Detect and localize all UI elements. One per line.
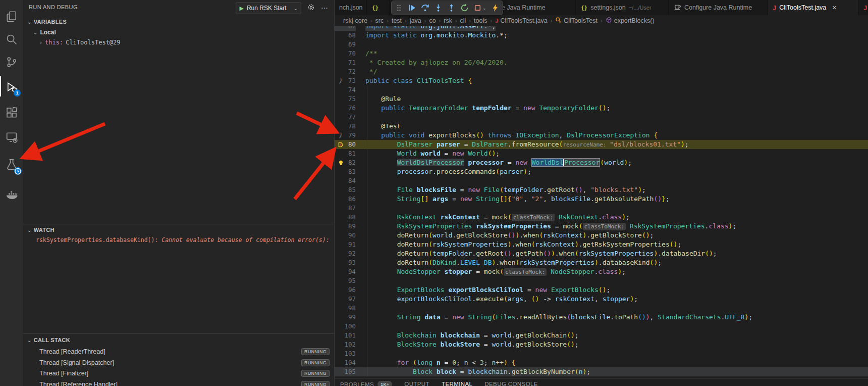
code-line[interactable]: 68import static org.mockito.Mockito.*; [334,31,868,40]
line-number[interactable]: 89 [334,222,356,231]
code-line[interactable]: 88 RskContext rskContext = mock(classToM… [334,213,868,222]
code-line[interactable]: 76 public TemporaryFolder tempFolder = n… [334,104,868,113]
code-line[interactable]: 89 RskSystemProperties rskSystemProperti… [334,222,868,231]
code-line[interactable]: 99 String data = new String(Files.readAl… [334,313,868,322]
line-number[interactable]: 83 [334,167,356,176]
code-line[interactable]: 92 doReturn(tempFolder.getRoot().getPath… [334,249,868,258]
line-number[interactable]: 68 [334,31,356,40]
code-line[interactable]: 103 [334,349,868,358]
code-line[interactable]: 87 [334,204,868,213]
watch-expression-row[interactable]: rskSystemProperties.databaseKind(): Cann… [36,236,329,244]
call-stack-thread[interactable]: Thread [ReaderThread]RUNNING [23,347,334,357]
execution-pointer-icon[interactable] [335,140,346,149]
line-number[interactable]: 74 [334,85,356,94]
line-number[interactable]: 100 [334,322,356,331]
files-icon[interactable] [0,5,23,28]
gear-icon[interactable] [307,4,315,13]
line-number[interactable]: 69 [334,40,356,49]
code-line[interactable]: 100 [334,322,868,331]
source-control-icon[interactable] [0,51,23,73]
line-number[interactable]: 76 [334,104,356,113]
line-number[interactable]: 71 [334,58,356,67]
line-number[interactable]: 92 [334,249,356,258]
editor-tab[interactable]: {} [367,0,390,15]
line-number[interactable]: 75 [334,94,356,104]
close-icon[interactable]: × [832,4,836,12]
line-number[interactable]: 70 [334,49,356,58]
docker-icon[interactable] [0,183,23,206]
breadcrumb-item[interactable]: co [429,17,436,24]
code-line[interactable]: 98 [334,304,868,313]
line-number[interactable]: 93 [334,258,356,267]
variables-scope-local[interactable]: ⌄ Local [33,29,56,36]
breadcrumb-item[interactable]: cli [460,17,466,24]
code-line[interactable]: 102 BlockStore blockStore = world.getBlo… [334,340,868,349]
horizontal-scrollbar[interactable] [334,367,868,376]
code-line[interactable]: 77 [334,113,868,122]
panel-tab-problems[interactable]: PROBLEMS1K+ [340,378,392,386]
call-stack-section-header[interactable]: ⌄ CALL STACK [27,337,70,343]
call-stack-thread[interactable]: Thread [Signal Dispatcher]RUNNING [23,358,334,368]
line-number[interactable]: 90 [334,231,356,240]
line-number[interactable]: 104 [334,358,356,367]
line-number[interactable]: 99 [334,313,356,322]
breadcrumb-item[interactable]: src [375,17,384,24]
debug-icon[interactable]: 1 [0,75,23,98]
line-number[interactable]: 67 [334,26,356,31]
code-line[interactable]: 78 @Test [334,122,868,131]
step-over-icon[interactable] [421,4,429,12]
line-number[interactable]: 87 [334,204,356,213]
code-line[interactable]: 96 ExportBlocks exportBlocksCliTool = ne… [334,285,868,295]
code-line[interactable]: 94 NodeStopper stopper = mock(classToMoc… [334,267,868,276]
line-number[interactable]: 86 [334,195,356,204]
chevron-down-icon[interactable]: ⌄ [482,6,486,11]
panel-tab-output[interactable]: OUTPUT [404,378,429,386]
lightbulb-icon[interactable] [335,158,346,167]
code-line[interactable]: 74 [334,85,868,94]
breadcrumb-item[interactable]: JCliToolsTest.java [495,17,548,24]
code-line[interactable]: 91 doReturn(rskSystemProperties).when(rs… [334,240,868,249]
code-line[interactable]: 69 [334,40,868,49]
breadcrumb-item[interactable]: rsk [444,17,452,24]
code-line[interactable]: 79) public void exportBlocks() throws IO… [334,131,868,140]
code-line[interactable]: 82 WorldDslProcessor processor = new Wor… [334,158,868,167]
panel-tab-terminal[interactable]: TERMINAL [442,378,472,386]
code-line[interactable]: 86 String[] args = new String[]{"0", "2"… [334,195,868,204]
call-stack-thread[interactable]: Thread [Reference Handler]RUNNING [23,379,334,386]
panel-tab-debug-console[interactable]: DEBUG CONSOLE [484,378,538,386]
breadcrumb-item[interactable]: exportBlocks() [606,17,655,25]
search-icon[interactable] [0,28,23,51]
code-line[interactable]: 97 exportBlocksCliTool.execute(args, () … [334,295,868,304]
remote-icon[interactable] [0,125,23,148]
code-line[interactable]: 104 for (long n = 0; n < 3; n++) { [334,358,868,367]
code-line[interactable]: 71 * Created by ajlopez on 26/04/2020. [334,58,868,67]
code-editor[interactable]: 67import static org.junit.Assert.*;68imp… [334,26,868,378]
watch-section-header[interactable]: ⌄ WATCH [27,227,55,233]
line-number[interactable]: 81 [334,149,356,158]
line-number[interactable]: 98 [334,304,356,313]
variable-this-row[interactable]: › this: CliToolsTest@29 [39,39,121,46]
line-number[interactable]: 97 [334,295,356,304]
restart-icon[interactable] [460,4,469,12]
line-number[interactable]: 84 [334,176,356,185]
code-line[interactable]: 83 processor.processCommands(parser); [334,167,868,176]
editor-tab-clitoolstest-java[interactable]: JCliToolsTest.java× [768,0,858,15]
line-number[interactable]: 94 [334,267,356,276]
breadcrumb-item[interactable]: test [392,17,402,24]
run-configuration-dropdown[interactable]: ▶ Run RSK Start ⌄ [236,2,301,14]
line-number[interactable]: 78 [334,122,356,131]
line-number[interactable]: 88 [334,213,356,222]
line-number[interactable]: 96 [334,285,356,295]
stop-icon[interactable] [473,4,482,12]
extensions-icon[interactable] [0,101,23,124]
editor-tab-configure-java-runtime[interactable]: Configure Java Runtime [669,0,768,15]
line-number[interactable]: 95 [334,276,356,285]
line-number[interactable]: 72 [334,67,356,76]
code-line[interactable]: 85 File blocksFile = new File(tempFolder… [334,185,868,195]
more-actions-icon[interactable]: ··· [321,4,328,12]
line-number[interactable]: 102 [334,340,356,349]
code-line[interactable]: 72 */ [334,67,868,76]
code-line[interactable]: 101 Blockchain blockchain = world.getBlo… [334,331,868,340]
editor-tab-settings-json[interactable]: {}settings.json~/.../User [576,0,669,15]
code-line[interactable]: 67import static org.junit.Assert.*; [334,26,868,31]
